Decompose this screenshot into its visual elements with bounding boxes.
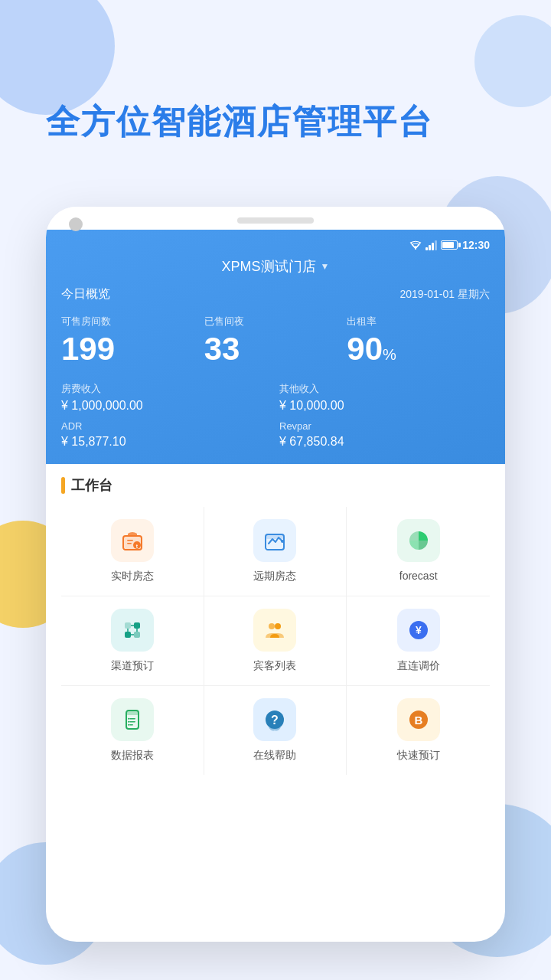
header-section: 12:30 XPMS测试门店 ▼ 今日概览 2019-01-01 星期六 可售房… [46,230,505,464]
svg-text:B: B [414,714,422,727]
bg-decoration-top-right [474,15,551,107]
revenue-revpar-value: ¥ 67,850.84 [279,435,490,449]
occupancy-unit: % [383,346,396,363]
svg-rect-8 [266,534,284,539]
menu-item-help[interactable]: ? 在线帮助 [204,686,347,775]
status-bar: 12:30 [61,237,490,257]
signal-icon [425,240,437,250]
battery-icon [441,240,458,250]
stat-sold-nights: 已售间夜 33 [204,315,347,367]
revenue-adr-label: ADR [61,420,272,432]
channel-icon [111,609,154,652]
menu-item-realtime-label: 实时房态 [111,570,154,583]
svg-rect-11 [125,622,131,629]
svg-rect-5 [127,540,133,541]
svg-rect-14 [134,632,140,638]
stat-available-rooms: 可售房间数 199 [61,315,204,367]
stats-row: 可售房间数 199 已售间夜 33 出租率 90% [61,315,490,367]
stat-occupancy-label: 出租率 [347,315,490,328]
svg-rect-24 [126,710,139,715]
menu-item-report-label: 数据报表 [111,749,154,763]
status-icons [409,240,458,250]
guest-icon [253,609,296,652]
revenue-adr-value: ¥ 15,877.10 [61,435,272,449]
menu-item-quickbook-label: 快速预订 [397,749,440,763]
menu-item-guests[interactable]: 宾客列表 [204,596,347,686]
svg-point-0 [415,248,416,250]
stat-available-rooms-value: 199 [61,332,204,367]
svg-text:¥: ¥ [416,624,422,636]
price-icon: ¥ [397,609,440,652]
store-name-text: XPMS测试门店 [222,257,316,276]
svg-point-19 [269,623,275,629]
workbench-section: 工作台 t 实时房态 [46,464,505,787]
future-icon [253,519,296,562]
workbench-header: 工作台 [61,476,490,495]
revenue-room: 房费收入 ¥ 1,000,000.00 [61,382,272,413]
revenue-other-value: ¥ 10,000.00 [279,399,490,413]
menu-item-help-label: 在线帮助 [253,749,296,763]
stat-occupancy: 出租率 90% [347,315,490,367]
svg-rect-13 [125,632,131,638]
svg-point-20 [275,623,281,629]
revenue-revpar-label: Revpar [279,420,490,432]
menu-item-channel-label: 渠道预订 [111,659,154,673]
main-title: 全方位智能酒店管理平台 [46,100,433,145]
realtime-icon: t [111,519,154,562]
menu-item-forecast[interactable]: forecast [347,507,490,596]
stat-sold-nights-value: 33 [204,332,347,367]
menu-item-forecast-label: forecast [399,570,438,582]
svg-rect-6 [127,543,132,544]
revenue-revpar: Revpar ¥ 67,850.84 [279,420,490,449]
menu-item-price-label: 直连调价 [397,659,440,673]
revenue-grid: 房费收入 ¥ 1,000,000.00 其他收入 ¥ 10,000.00 ADR… [61,382,490,449]
icon-grid: t 实时房态 远期房态 [61,507,490,775]
menu-item-future-label: 远期房态 [253,570,296,583]
help-icon: ? [253,698,296,741]
menu-item-report[interactable]: 数据报表 [61,686,204,775]
overview-date: 2019-01-01 星期六 [399,288,490,302]
menu-item-guests-label: 宾客列表 [253,659,296,673]
phone-mockup: 12:30 XPMS测试门店 ▼ 今日概览 2019-01-01 星期六 可售房… [46,207,505,942]
revenue-other-label: 其他收入 [279,382,490,396]
svg-rect-27 [129,724,133,726]
bg-decoration-top-left [0,0,115,115]
revenue-room-value: ¥ 1,000,000.00 [61,399,272,413]
revenue-adr: ADR ¥ 15,877.10 [61,420,272,449]
menu-item-channel[interactable]: 渠道预订 [61,596,204,686]
store-arrow-icon: ▼ [321,261,330,272]
menu-item-future[interactable]: 远期房态 [204,507,347,596]
overview-header: 今日概览 2019-01-01 星期六 [61,286,490,302]
svg-rect-25 [129,718,135,720]
forecast-icon [397,519,440,562]
stat-available-rooms-label: 可售房间数 [61,315,204,328]
menu-item-realtime[interactable]: t 实时房态 [61,507,204,596]
report-icon [111,698,154,741]
revenue-room-label: 房费收入 [61,382,272,396]
stat-sold-nights-label: 已售间夜 [204,315,347,328]
phone-top-bar [46,207,505,230]
workbench-bar-decoration [61,477,65,494]
svg-point-9 [281,540,284,543]
quickbook-icon: B [397,698,440,741]
revenue-other: 其他收入 ¥ 10,000.00 [279,382,490,413]
svg-rect-26 [129,721,135,723]
wifi-icon [409,240,422,250]
overview-title: 今日概览 [61,286,110,302]
phone-camera [69,217,83,231]
svg-text:?: ? [272,714,279,727]
menu-item-price[interactable]: ¥ 直连调价 [347,596,490,686]
workbench-title: 工作台 [71,476,112,495]
battery-fill [442,242,453,248]
status-time: 12:30 [462,239,490,251]
svg-rect-12 [134,622,140,629]
menu-item-quickbook[interactable]: B 快速预订 [347,686,490,775]
phone-speaker [237,217,314,224]
stat-occupancy-value: 90% [347,332,490,367]
store-name[interactable]: XPMS测试门店 ▼ [61,257,490,276]
